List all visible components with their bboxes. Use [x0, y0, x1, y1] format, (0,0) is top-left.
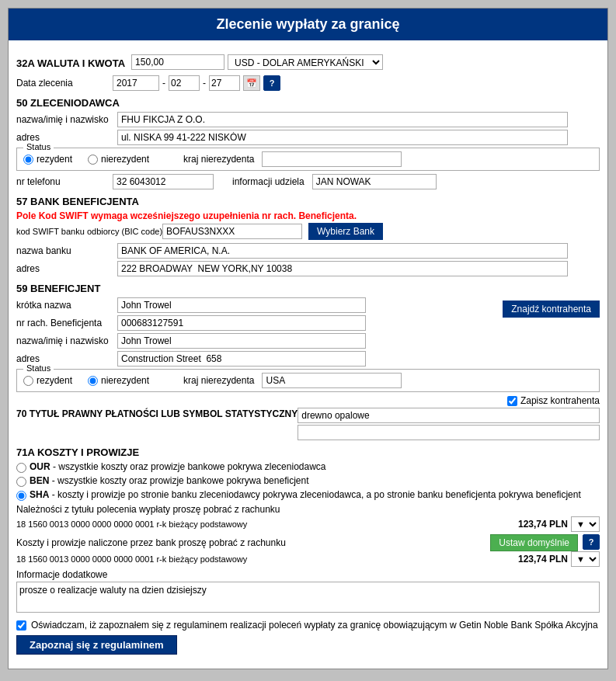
- account2-text: 18 1560 0013 0000 0000 0000 0001 r-k bie…: [16, 554, 513, 564]
- zapisz-kontrahenta-label: Zapisz kontrahenta: [520, 395, 600, 406]
- year-input[interactable]: [113, 75, 159, 91]
- adres-label: adres: [16, 132, 117, 143]
- zleceniodawca-status-box: Status rezydent nierezydent kraj nierezy…: [16, 148, 600, 171]
- tytul-input2[interactable]: [298, 425, 600, 440]
- koszty-help-button[interactable]: ?: [583, 534, 600, 550]
- kwota-input[interactable]: [131, 54, 224, 70]
- zapisz-kontrahenta-row: Zapisz kontrahenta: [16, 395, 600, 406]
- adres-input[interactable]: [117, 130, 568, 145]
- koszty-naliczone-label: Koszty i prowizje naliczone przez bank p…: [16, 537, 286, 548]
- znajdz-kontrahenta-button[interactable]: Znajdź kontrahenta: [503, 301, 600, 318]
- waluta-section-label: 32A WALUTA I KWOTA: [16, 57, 125, 69]
- informacji-udziela-input[interactable]: [312, 174, 437, 189]
- nierezydent-radio[interactable]: nierezydent: [88, 154, 149, 165]
- swift-label: kod SWIFT banku odbiorcy (BIC code): [16, 227, 162, 236]
- status-legend: Status: [23, 142, 54, 151]
- amount2-value: 123,74 PLN: [518, 554, 568, 565]
- amount1-currency-select[interactable]: ▼: [571, 516, 600, 532]
- krotka-nazwa-label: krótka nazwa: [16, 300, 117, 311]
- amount2-currency-select[interactable]: ▼: [571, 551, 600, 567]
- our-option[interactable]: OUR - wszystkie koszty oraz prowizje ban…: [16, 461, 326, 473]
- nazwa-banku-label: nazwa banku: [16, 245, 117, 256]
- beneficjent-nierezydent-radio[interactable]: nierezydent: [88, 375, 149, 386]
- account1-text: 18 1560 0013 0000 0000 0000 0001 r-k bie…: [16, 519, 513, 529]
- ustaw-domyslnie-button[interactable]: Ustaw domyślnie: [490, 534, 578, 551]
- zapoznaj-button[interactable]: Zapoznaj się z regulaminem: [16, 635, 177, 655]
- nazwa-input[interactable]: [117, 112, 568, 127]
- swift-error-text: Pole Kod SWIFT wymaga wcześniejszego uzu…: [16, 210, 600, 221]
- informacje-label: Informacje dodatkowe: [16, 569, 600, 580]
- beneficjent-adres-label: adres: [16, 353, 117, 364]
- bank-beneficjenta-label: 57 BANK BENEFICJENTA: [16, 196, 600, 207]
- beneficjent-rezydent-radio[interactable]: rezydent: [23, 375, 72, 386]
- beneficjent-status-box: Status rezydent nierezydent kraj nierezy…: [16, 369, 600, 392]
- beneficjent-kraj-label: kraj nierezydenta: [183, 375, 254, 386]
- kraj-nierezydenta-label: kraj nierezydenta: [183, 154, 254, 165]
- rezydent-radio[interactable]: rezydent: [23, 154, 72, 165]
- sha-option[interactable]: SHA - koszty i prowizje po stronie banku…: [16, 489, 581, 501]
- nr-rach-input[interactable]: [117, 315, 366, 331]
- informacje-textarea[interactable]: prosze o realizacje waluty na dzien dzis…: [16, 582, 600, 613]
- beneficjent-kraj-input[interactable]: [262, 373, 402, 388]
- wybierz-bank-button[interactable]: Wybierz Bank: [308, 223, 383, 240]
- oswiadczenie-text: Oświadczam, iż zapoznałem się z regulami…: [31, 620, 598, 631]
- koszty-section-label: 71A KOSZTY I PROWIZJE: [16, 446, 600, 458]
- beneficjent-nazwa-label: nazwa/imię i nazwisko: [16, 335, 117, 346]
- informacji-udziela-label: informacji udziela: [232, 176, 305, 187]
- data-zlecenia-label: Data zlecenia: [16, 78, 110, 89]
- tytul-section-label: 70 TYTUŁ PRAWNY PŁATNOŚCI LUB SYMBOL STA…: [16, 408, 298, 421]
- amount1-value: 123,74 PLN: [518, 519, 568, 530]
- krotka-nazwa-input[interactable]: [117, 297, 366, 313]
- swift-input[interactable]: [162, 224, 302, 239]
- adres-banku-label: adres: [16, 263, 117, 274]
- adres-banku-input[interactable]: [117, 261, 568, 276]
- zapisz-kontrahenta-checkbox[interactable]: [507, 396, 517, 406]
- currency-select[interactable]: USD - DOLAR AMERYKAŃSKI: [228, 54, 383, 70]
- nazwa-label: nazwa/imię i nazwisko: [16, 114, 117, 125]
- naleznosci-label: Należności z tytułu polecenia wypłaty pr…: [16, 504, 600, 515]
- beneficjent-section-label: 59 BENEFICJENT: [16, 283, 600, 294]
- nazwa-banku-input[interactable]: [117, 243, 568, 259]
- month-input[interactable]: [169, 75, 200, 91]
- page-title: Zlecenie wypłaty za granicę: [9, 9, 607, 40]
- calendar-button[interactable]: 📅: [243, 75, 260, 91]
- day-input[interactable]: [209, 75, 240, 91]
- beneficjent-status-legend: Status: [23, 363, 54, 373]
- nr-rach-label: nr rach. Beneficjenta: [16, 318, 117, 328]
- beneficjent-nazwa-input[interactable]: [117, 333, 366, 349]
- zleceniodawca-label: 50 ZLECENIODAWCA: [16, 97, 600, 109]
- nr-telefonu-input[interactable]: [113, 174, 214, 189]
- tytul-input1[interactable]: [298, 408, 600, 423]
- beneficjent-adres-input[interactable]: [117, 351, 366, 367]
- kraj-nierezydenta-input[interactable]: [262, 151, 402, 167]
- oswiadczenie-checkbox[interactable]: [16, 620, 26, 631]
- date-help-button[interactable]: ?: [263, 75, 280, 91]
- nr-telefonu-label: nr telefonu: [16, 176, 110, 187]
- ben-option[interactable]: BEN - wszystkie koszty oraz prowizje ban…: [16, 475, 309, 487]
